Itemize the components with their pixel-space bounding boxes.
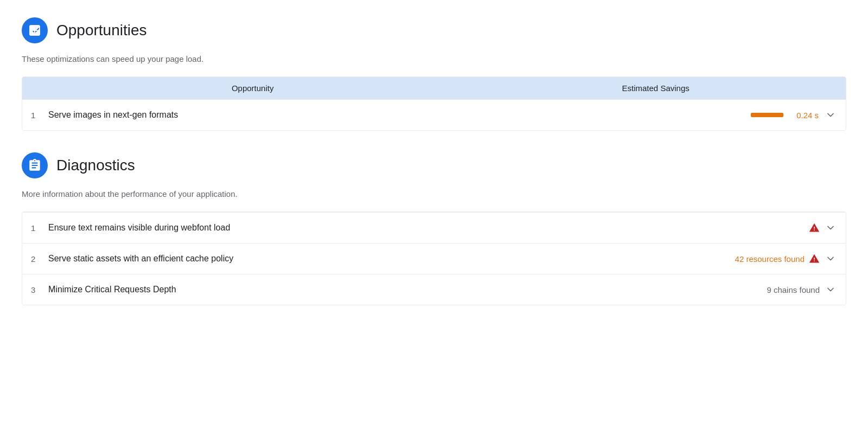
row-end: 9 chains found <box>674 283 837 296</box>
warning-icon <box>809 253 820 264</box>
opportunities-table: Opportunity Estimated Savings 1 Serve im… <box>22 76 846 131</box>
savings-value: 0.24 s <box>789 111 819 120</box>
row-label: Minimize Critical Requests Depth <box>48 285 674 294</box>
opportunities-subtitle: These optimizations can speed up your pa… <box>22 54 846 63</box>
expand-chevron-icon[interactable] <box>824 108 837 121</box>
row-label: Serve images in next-gen formats <box>48 110 674 120</box>
expand-chevron-icon[interactable] <box>824 221 837 234</box>
diagnostics-header: Diagnostics <box>22 152 846 178</box>
diagnostics-svg-icon <box>28 158 42 172</box>
row-label: Serve static assets with an efficient ca… <box>48 254 674 264</box>
warning-icon <box>809 222 820 233</box>
resources-text: 42 resources found <box>735 254 805 264</box>
row-end: 42 resources found <box>674 252 837 265</box>
expand-chevron-icon[interactable] <box>824 283 837 296</box>
diagnostics-table: 1 Ensure text remains visible during web… <box>22 211 846 305</box>
row-savings: 0.24 s <box>674 108 837 121</box>
table-row: 1 Serve images in next-gen formats 0.24 … <box>22 99 846 130</box>
diagnostics-icon <box>22 152 48 178</box>
opportunities-header: Opportunities <box>22 17 846 43</box>
diagnostics-section: Diagnostics More information about the p… <box>22 152 846 305</box>
table-row: 1 Ensure text remains visible during web… <box>22 212 846 243</box>
diagnostics-title: Diagnostics <box>56 157 135 174</box>
opportunities-svg-icon <box>28 23 42 37</box>
col-header-savings: Estimated Savings <box>474 84 837 93</box>
opportunities-icon <box>22 17 48 43</box>
row-end <box>674 221 837 234</box>
expand-chevron-icon[interactable] <box>824 252 837 265</box>
opportunities-section: Opportunities These optimizations can sp… <box>22 17 846 131</box>
row-number: 3 <box>31 285 48 294</box>
diagnostics-subtitle: More information about the performance o… <box>22 189 846 198</box>
table-row: 3 Minimize Critical Requests Depth 9 cha… <box>22 274 846 305</box>
table-row: 2 Serve static assets with an efficient … <box>22 243 846 274</box>
row-number: 1 <box>31 223 48 233</box>
row-label: Ensure text remains visible during webfo… <box>48 223 674 233</box>
col-header-opportunity: Opportunity <box>31 84 474 93</box>
row-number: 2 <box>31 254 48 264</box>
chains-text: 9 chains found <box>767 285 820 294</box>
row-number: 1 <box>31 111 48 120</box>
opportunities-table-header: Opportunity Estimated Savings <box>22 77 846 99</box>
savings-bar <box>751 113 783 117</box>
opportunities-title: Opportunities <box>56 22 147 39</box>
